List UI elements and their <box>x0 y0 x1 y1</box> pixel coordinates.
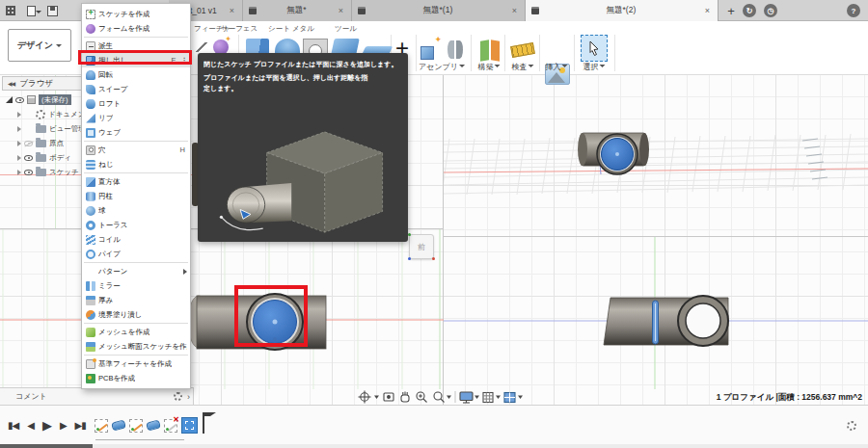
ribbon-group-1-dropdown[interactable]: アセンブリ <box>419 62 465 72</box>
ribbon-group-2-dropdown[interactable]: 構築 <box>478 62 501 72</box>
menu-item[interactable]: ねじ <box>82 157 190 171</box>
file-menu-icon[interactable] <box>27 6 36 16</box>
menu-item[interactable]: トーラス <box>82 218 190 232</box>
play-icon[interactable]: ▶ <box>42 418 51 433</box>
assembly-components-icon[interactable] <box>420 40 442 60</box>
menu-item[interactable]: パターン <box>82 264 190 278</box>
grid-settings-icon[interactable] <box>483 393 493 403</box>
step-back-icon[interactable]: ◀ <box>27 420 34 431</box>
menu-item[interactable]: ミラー <box>82 278 190 293</box>
zoom-icon[interactable] <box>417 392 427 403</box>
notification-center-icon[interactable]: ◷ <box>764 4 777 17</box>
look-at-icon[interactable] <box>384 393 393 401</box>
timeline-extrude-feature[interactable] <box>146 419 161 431</box>
skip-start-icon[interactable]: ▮◀ <box>8 420 18 431</box>
timeline-position-marker[interactable] <box>203 412 204 434</box>
timeline-selected-feature[interactable] <box>181 417 198 434</box>
viewport-bottom-left[interactable] <box>0 229 444 389</box>
menu-item[interactable]: コイル <box>82 232 190 247</box>
menu-item[interactable]: メッシュ断面スケッチを作成 <box>82 339 190 354</box>
ribbon-group-3-dropdown[interactable]: 検査 <box>512 62 534 72</box>
comment-settings-gear-icon[interactable] <box>174 392 182 401</box>
tab-close-icon[interactable]: × <box>703 6 712 15</box>
timeline-sketch-feature[interactable] <box>129 419 143 433</box>
viewport-top-right[interactable] <box>444 75 868 236</box>
workspace-selector[interactable]: デザイン <box>8 29 71 62</box>
ribbon-group-5-dropdown[interactable]: 選択 <box>583 62 606 72</box>
menu-item[interactable]: 厚み <box>82 293 190 307</box>
visibility-eye-icon[interactable] <box>24 170 33 175</box>
orbit-icon[interactable] <box>359 391 371 404</box>
select-tool-icon[interactable] <box>581 35 608 62</box>
menu-item[interactable]: 基準フィーチャを作成 <box>82 356 190 371</box>
orbit-dropdown-icon[interactable] <box>374 396 379 400</box>
expander-icon[interactable] <box>17 141 21 146</box>
assembly-joint-icon[interactable] <box>447 40 464 60</box>
fit-dropdown-icon[interactable] <box>447 396 451 400</box>
menu-item[interactable]: 球 <box>82 203 190 218</box>
expander-icon[interactable] <box>17 155 21 161</box>
comment-bar[interactable]: コメント › <box>0 387 194 405</box>
pan-icon[interactable] <box>401 392 409 403</box>
document-tab[interactable]: 無題*(1)× <box>352 0 526 21</box>
measure-icon[interactable] <box>510 42 535 58</box>
view-cube-mini[interactable]: 前 <box>409 234 434 259</box>
model-perspective[interactable] <box>578 133 649 174</box>
ribbon-tab-2[interactable]: サーフェス <box>221 24 258 34</box>
menu-item[interactable]: ウェブ <box>82 125 190 140</box>
timeline-extrude-feature[interactable] <box>111 419 126 431</box>
job-status-icon[interactable]: ↻ <box>743 4 756 17</box>
display-dropdown-icon[interactable] <box>475 396 479 400</box>
tab-close-icon[interactable]: × <box>337 6 345 15</box>
viewports-dropdown-icon[interactable] <box>518 396 523 400</box>
model-side-view[interactable] <box>604 296 728 346</box>
ribbon-tab-3[interactable]: シート メタル <box>268 24 314 34</box>
timeline-scrollbar[interactable] <box>0 444 868 448</box>
viewport-bottom-right[interactable] <box>444 237 868 389</box>
tab-close-icon[interactable]: × <box>228 6 236 15</box>
menu-item[interactable]: リブ <box>82 111 190 125</box>
tab-close-icon[interactable]: × <box>510 6 519 15</box>
display-settings-icon[interactable] <box>460 392 473 403</box>
menu-item[interactable]: メッシュを作成 <box>82 325 190 339</box>
expander-open-icon[interactable] <box>6 96 13 103</box>
expand-chevron-icon[interactable]: › <box>187 392 190 402</box>
collapse-panel-icon[interactable]: ◀◀ <box>8 80 14 87</box>
menu-item[interactable]: 穴H <box>82 143 190 157</box>
document-tab[interactable]: 無題*× <box>243 0 352 21</box>
menu-item[interactable]: 回転 <box>82 67 190 82</box>
timeline-sketch-feature[interactable] <box>95 419 108 433</box>
menu-item[interactable]: 直方体 <box>82 174 190 189</box>
timeline-settings-gear-icon[interactable] <box>847 421 856 431</box>
menu-item[interactable]: フォームを作成 <box>82 21 190 36</box>
menu-item[interactable]: ロフト <box>82 96 190 111</box>
document-tab[interactable]: 無題*(2)× <box>526 0 719 21</box>
visibility-eye-icon[interactable] <box>15 97 24 103</box>
viewports-icon[interactable] <box>504 393 515 403</box>
save-icon[interactable] <box>47 6 58 16</box>
menu-item[interactable]: 円柱 <box>82 189 190 203</box>
step-forward-icon[interactable]: ▶ <box>60 420 67 431</box>
ribbon-tab-4[interactable]: ツール <box>335 24 357 34</box>
menu-item[interactable]: スイープ <box>82 82 190 96</box>
visibility-eye-icon[interactable] <box>24 155 33 161</box>
visibility-eye-icon[interactable] <box>24 141 33 146</box>
new-tab-button[interactable]: + <box>723 2 739 19</box>
grid-dropdown-icon[interactable] <box>496 396 501 400</box>
menu-item[interactable]: スケッチを作成 <box>82 7 190 21</box>
expander-icon[interactable] <box>17 170 21 175</box>
menu-item[interactable]: パイプ <box>82 247 190 261</box>
menu-item[interactable]: 境界塗り潰し <box>82 307 190 322</box>
construct-plane-icon[interactable] <box>479 39 501 62</box>
timeline-scrollbar-thumb[interactable] <box>0 444 93 448</box>
ribbon-group-4-dropdown[interactable]: 挿入 <box>546 62 568 72</box>
app-grid-icon[interactable] <box>6 6 15 15</box>
timeline-sketch-error-feature[interactable]: ✕ <box>164 419 177 433</box>
create-sketch-icon[interactable] <box>195 42 208 52</box>
menu-item[interactable]: PCBを作成 <box>82 371 190 385</box>
help-icon[interactable]: ? <box>847 4 860 17</box>
skip-end-icon[interactable]: ▶▮ <box>75 420 86 431</box>
expander-icon[interactable] <box>17 126 21 132</box>
fit-icon[interactable] <box>434 392 445 403</box>
expander-icon[interactable] <box>17 112 21 118</box>
